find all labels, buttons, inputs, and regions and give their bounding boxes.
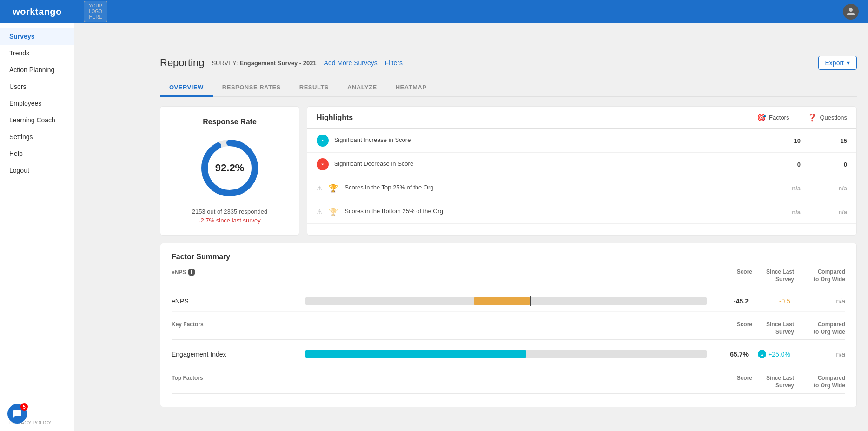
since-col-header-enps: Since Last Survey: [752, 269, 794, 283]
highlights-card: Highlights 🎯 Factors ❓ Questions: [307, 106, 857, 236]
response-rate-percent: 92.2%: [215, 162, 244, 174]
top-factors-header: Top Factors Score Since Last Survey Comp…: [172, 375, 845, 393]
export-chevron-icon: ▾: [847, 59, 850, 67]
sidebar-item-settings[interactable]: Settings: [0, 128, 74, 145]
topbar-right: [843, 4, 868, 20]
key-factors-section: Key Factors Score Since Last Survey Comp…: [172, 321, 845, 365]
trophy-top-icon: 🏆: [327, 182, 339, 194]
top-factors-label-header: Top Factors: [172, 375, 302, 389]
client-logo-placeholder: YOURLOGOHERE: [84, 1, 107, 22]
engagement-bar-container: [305, 350, 707, 358]
enps-info-icon[interactable]: i: [188, 269, 195, 276]
spacer-1: [172, 312, 845, 321]
response-rate-card: Response Rate 92.2% 2153 out of 2335 res…: [160, 106, 299, 236]
compared-col-header-top: Compared to Org Wide: [794, 375, 845, 389]
enps-score: -45.2: [710, 297, 752, 305]
enps-since: -0.5: [752, 297, 794, 305]
highlights-table: Significant Increase in Score 10 15 Sign…: [307, 129, 856, 224]
score-col-header-enps: Score: [710, 269, 752, 283]
compared-col-header-key: Compared to Org Wide: [794, 321, 845, 336]
sidebar-item-logout[interactable]: Logout: [0, 162, 74, 179]
tab-heatmap[interactable]: HEATMAP: [386, 79, 436, 97]
tab-response-rates[interactable]: RESPONSE RATES: [213, 79, 290, 97]
score-col-header-key: Score: [710, 321, 752, 336]
response-rate-title: Response Rate: [203, 118, 257, 126]
top-factors-section: Top Factors Score Since Last Survey Comp…: [172, 375, 845, 393]
increase-icon: [317, 135, 329, 147]
survey-label: SURVEY: Engagement Survey - 2021: [212, 60, 316, 67]
highlight-row-increase: Significant Increase in Score 10 15: [307, 129, 856, 153]
engagement-compared: n/a: [794, 350, 845, 358]
add-surveys-link[interactable]: Add More Surveys: [324, 59, 378, 67]
topbar-center: YOURLOGOHERE: [74, 1, 843, 22]
enps-bar-container: [305, 297, 707, 305]
highlight-decrease-questions: 0: [810, 153, 856, 176]
highlight-top25-questions: n/a: [810, 176, 856, 200]
tabs-bar: OVERVIEW RESPONSE RATES RESULTS ANALYZE …: [160, 79, 857, 97]
enps-row: eNPS -45.2 -0.5 n/a: [172, 291, 845, 312]
response-detail: 2153 out of 2335 responded: [192, 208, 268, 215]
enps-section-header: eNPS i Score Since Last Survey Compared …: [172, 269, 845, 287]
page-title: Reporting: [160, 57, 204, 69]
sidebar-item-learning-coach[interactable]: Learning Coach: [0, 112, 74, 128]
highlight-row-bottom25: ⚠ 🏆 Scores in the Bottom 25% of the Org.…: [307, 200, 856, 224]
factor-summary-card: Factor Summary eNPS i Score Since Last S…: [160, 243, 857, 407]
tab-overview[interactable]: OVERVIEW: [160, 79, 213, 97]
factors-icon: 🎯: [757, 113, 766, 122]
top-row: Response Rate 92.2% 2153 out of 2335 res…: [160, 106, 857, 236]
highlight-bottom25-label: Scores in the Bottom 25% of the Org.: [345, 208, 444, 215]
highlight-increase-factors: 10: [763, 129, 810, 153]
tab-analyze[interactable]: ANALYZE: [338, 79, 386, 97]
questions-icon: ❓: [808, 113, 817, 122]
highlight-top25-factors: n/a: [763, 176, 810, 200]
highlight-bottom25-factors: n/a: [763, 200, 810, 224]
sidebar: Surveys Trends Action Planning Users Emp…: [0, 23, 74, 431]
sidebar-item-trends[interactable]: Trends: [0, 45, 74, 61]
highlight-increase-questions: 15: [810, 129, 856, 153]
since-col-header-key: Since Last Survey: [752, 321, 794, 336]
engagement-bar-fill: [305, 350, 526, 358]
highlight-bottom25-questions: n/a: [810, 200, 856, 224]
worktango-logo: worktango: [13, 7, 62, 17]
logo-area: worktango: [0, 0, 74, 23]
highlight-top25-label: Scores in the Top 25% of the Org.: [345, 184, 435, 191]
highlight-decrease-factors: 0: [763, 153, 810, 176]
spacer-2: [172, 365, 845, 375]
topbar: worktango YOURLOGOHERE: [0, 0, 868, 23]
highlight-decrease-label: Significant Decrease in Score: [334, 160, 414, 167]
trophy-bottom-icon: 🏆: [327, 206, 339, 218]
score-col-header-top: Score: [710, 375, 752, 389]
sidebar-item-employees[interactable]: Employees: [0, 95, 74, 112]
sidebar-item-help[interactable]: Help: [0, 145, 74, 162]
warn-icon-top: ⚠: [317, 184, 323, 192]
sidebar-item-action-planning[interactable]: Action Planning: [0, 61, 74, 78]
avatar-icon[interactable]: [843, 4, 859, 20]
decrease-icon: [317, 158, 329, 170]
sidebar-item-surveys[interactable]: Surveys: [0, 28, 74, 45]
questions-col-header: ❓ Questions: [808, 113, 847, 122]
export-button[interactable]: Export ▾: [818, 56, 857, 70]
highlight-increase-label: Significant Increase in Score: [334, 136, 411, 143]
bar-spacer-3: [302, 375, 710, 389]
tab-results[interactable]: RESULTS: [290, 79, 338, 97]
highlights-title: Highlights: [317, 114, 757, 122]
warn-icon-bottom: ⚠: [317, 208, 323, 216]
bar-spacer-2: [302, 321, 710, 336]
chat-bubble[interactable]: 5: [7, 404, 27, 424]
highlight-row-top25: ⚠ 🏆 Scores in the Top 25% of the Org. n/…: [307, 176, 856, 200]
highlights-columns: 🎯 Factors ❓ Questions: [757, 113, 847, 122]
highlights-header: Highlights 🎯 Factors ❓ Questions: [307, 107, 856, 129]
up-arrow-icon: ▲: [758, 350, 766, 358]
enps-bar-marker: [530, 296, 531, 306]
bar-spacer: [302, 269, 710, 283]
chat-badge: 5: [20, 403, 28, 411]
compared-col-header-enps: Compared to Org Wide: [794, 269, 845, 283]
main-content: Reporting SURVEY: Engagement Survey - 20…: [149, 47, 868, 431]
highlight-row-decrease: Significant Decrease in Score 0 0: [307, 153, 856, 176]
engagement-score: 65.7%: [710, 350, 752, 358]
engagement-index-name: Engagement Index: [172, 350, 302, 358]
filters-link[interactable]: Filters: [385, 59, 403, 67]
engagement-index-row: Engagement Index 65.7% ▲ +25.0% n/a: [172, 343, 845, 365]
sidebar-item-users[interactable]: Users: [0, 78, 74, 95]
engagement-since: ▲ +25.0%: [752, 350, 794, 358]
